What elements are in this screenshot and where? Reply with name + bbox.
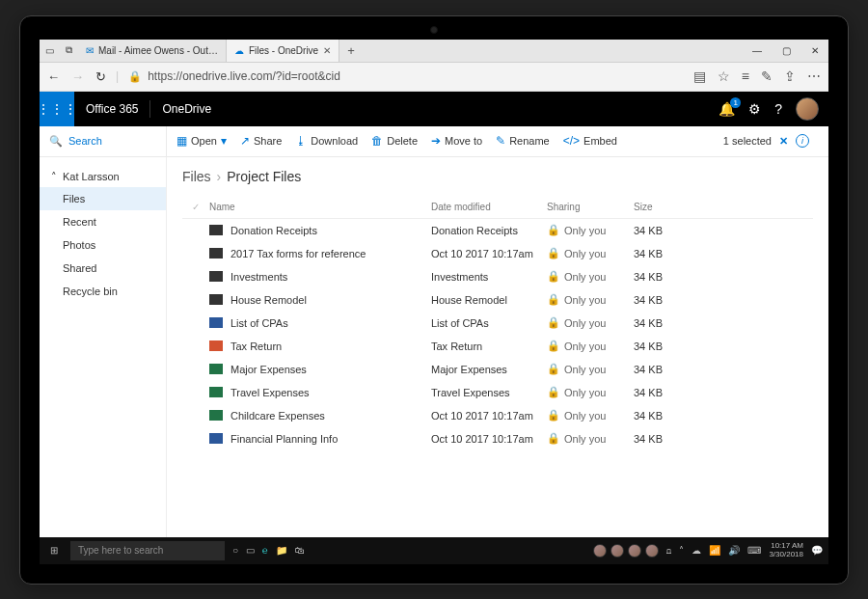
tab-mail[interactable]: ✉ Mail - Aimee Owens - Out… — [78, 40, 227, 62]
action-center-icon[interactable]: 💬 — [811, 545, 823, 556]
notifications-button[interactable]: 🔔 1 — [719, 101, 735, 117]
maximize-button[interactable]: ▢ — [773, 45, 800, 56]
camera-dot — [430, 26, 438, 34]
keyboard-icon[interactable]: ⌨ — [747, 545, 761, 556]
file-name: Tax Return — [231, 340, 282, 352]
file-modified: Oct 10 2017 10:17am — [431, 410, 547, 422]
col-sharing[interactable]: Sharing — [547, 202, 634, 212]
col-size[interactable]: Size — [634, 202, 701, 212]
lock-icon: 🔒 — [547, 316, 560, 329]
url-field[interactable]: 🔒 https://onedrive.live.com/?id=root&cid — [128, 69, 684, 83]
table-row[interactable]: Financial Planning InfoOct 10 2017 10:17… — [182, 427, 813, 450]
excel-icon — [209, 364, 223, 374]
settings-button[interactable]: ⚙ — [748, 101, 761, 117]
col-name[interactable]: Name — [209, 202, 431, 212]
forward-button[interactable]: → — [71, 69, 84, 84]
share-icon[interactable]: ⇪ — [784, 68, 796, 84]
delete-button[interactable]: 🗑Delete — [371, 134, 418, 148]
suite-brand[interactable]: Office 365 — [74, 100, 150, 118]
table-row[interactable]: Childcare ExpensesOct 10 2017 10:17am🔒On… — [182, 404, 813, 427]
volume-icon[interactable]: 🔊 — [728, 545, 740, 556]
nav-item-files[interactable]: Files — [40, 187, 166, 210]
file-modified: Investments — [431, 271, 547, 283]
nav-item-shared[interactable]: Shared — [40, 257, 166, 280]
tablet-bezel: ▭ ⧉ ✉ Mail - Aimee Owens - Out… ☁ Files … — [19, 15, 849, 585]
taskview-icon[interactable]: ▭ — [40, 45, 60, 56]
breadcrumb-root[interactable]: Files — [182, 169, 211, 184]
close-icon[interactable]: ✕ — [323, 45, 331, 56]
search-input[interactable]: 🔍 Search — [40, 126, 167, 156]
url-text: https://onedrive.live.com/?id=root&cid — [148, 69, 340, 83]
table-row[interactable]: Donation ReceiptsDonation Receipts🔒Only … — [182, 219, 813, 242]
file-name: Childcare Expenses — [231, 410, 325, 422]
favorite-icon[interactable]: ☆ — [718, 68, 730, 84]
cortana-icon[interactable]: ○ — [232, 545, 238, 556]
taskview-button[interactable]: ▭ — [246, 545, 255, 556]
command-bar: 🔍 Search ▦Open▾ ↗Share ⭳Download 🗑Delete… — [40, 126, 828, 157]
table-row[interactable]: Tax ReturnTax Return🔒Only you34 KB — [182, 335, 813, 358]
file-size: 34 KB — [634, 294, 701, 306]
nav-item-photos[interactable]: Photos — [40, 233, 166, 257]
file-size: 34 KB — [634, 364, 701, 375]
file-size: 34 KB — [634, 340, 701, 352]
app-launcher-button[interactable]: ⋮⋮⋮ — [40, 92, 74, 126]
store-icon[interactable]: 🛍 — [295, 545, 305, 556]
breadcrumb: Files › Project Files — [182, 169, 813, 184]
col-check[interactable]: ✓ — [182, 202, 209, 212]
moveto-button[interactable]: ➔Move to — [431, 134, 482, 148]
new-tab-button[interactable]: + — [339, 43, 363, 58]
reading-view-icon[interactable]: ▤ — [693, 68, 706, 84]
open-button[interactable]: ▦Open▾ — [176, 134, 227, 148]
explorer-icon[interactable]: 📁 — [276, 545, 287, 556]
clock-date: 3/30/2018 — [769, 551, 803, 559]
lock-icon: 🔒 — [547, 270, 560, 283]
table-row[interactable]: House RemodelHouse Remodel🔒Only you34 KB — [182, 288, 813, 312]
network-icon[interactable]: 📶 — [709, 545, 720, 556]
download-button[interactable]: ⭳Download — [295, 134, 358, 148]
onedrive-tray-icon[interactable]: ☁ — [692, 545, 701, 556]
more-icon[interactable]: ⋯ — [807, 68, 821, 84]
details-pane-button[interactable]: i — [796, 134, 809, 148]
back-button[interactable]: ← — [47, 69, 60, 84]
lock-icon: 🔒 — [547, 247, 560, 259]
share-button[interactable]: ↗Share — [240, 134, 282, 148]
tab-new-window-icon[interactable]: ⧉ — [60, 44, 78, 56]
file-modified: House Remodel — [431, 294, 547, 306]
close-window-button[interactable]: ✕ — [801, 45, 828, 56]
windows-search-input[interactable]: Type here to search — [70, 541, 225, 560]
table-row[interactable]: Travel ExpensesTravel Expenses🔒Only you3… — [182, 381, 813, 404]
clock[interactable]: 10:17 AM 3/30/2018 — [769, 542, 803, 559]
col-modified[interactable]: Date modified — [431, 202, 547, 212]
notes-icon[interactable]: ✎ — [761, 68, 773, 84]
edge-icon[interactable]: ℮ — [262, 545, 268, 556]
table-row[interactable]: List of CPAsList of CPAs🔒Only you34 KB — [182, 312, 813, 335]
lock-icon: 🔒 — [547, 386, 560, 398]
table-row[interactable]: Major ExpensesMajor Expenses🔒Only you34 … — [182, 358, 813, 381]
file-modified: Donation Receipts — [431, 225, 547, 236]
folder-icon — [209, 248, 223, 259]
embed-button[interactable]: </>Embed — [563, 134, 617, 148]
hub-icon[interactable]: ≡ — [742, 68, 749, 84]
help-button[interactable]: ? — [774, 101, 782, 117]
tab-onedrive[interactable]: ☁ Files - OneDrive ✕ — [227, 40, 339, 62]
start-button[interactable]: ⊞ — [45, 545, 63, 556]
minimize-button[interactable]: — — [744, 45, 771, 56]
table-row[interactable]: InvestmentsInvestments🔒Only you34 KB — [182, 265, 813, 288]
table-row[interactable]: 2017 Tax forms for referenceOct 10 2017 … — [182, 242, 813, 265]
nav-owner[interactable]: ˄ Kat Larsson — [40, 167, 166, 187]
clear-selection-button[interactable]: ✕ — [779, 135, 788, 148]
lock-icon: 🔒 — [128, 70, 142, 83]
rename-button[interactable]: ✎Rename — [496, 134, 550, 148]
tab-onedrive-label: Files - OneDrive — [249, 45, 318, 56]
profile-avatar[interactable] — [796, 97, 819, 121]
nav-item-recycle[interactable]: Recycle bin — [40, 280, 166, 303]
refresh-button[interactable]: ↻ — [95, 69, 106, 84]
tray-chevron-icon[interactable]: ˄ — [679, 545, 684, 556]
people-bar[interactable] — [593, 544, 659, 558]
nav-item-recent[interactable]: Recent — [40, 210, 166, 233]
app-name[interactable]: OneDrive — [150, 102, 223, 116]
file-name: Financial Planning Info — [231, 433, 338, 445]
body-area: ˄ Kat Larsson Files Recent Photos Shared… — [40, 157, 828, 537]
nav-buttons: ← → ↻ — [47, 69, 106, 84]
people-icon[interactable]: ⩍ — [666, 545, 671, 556]
